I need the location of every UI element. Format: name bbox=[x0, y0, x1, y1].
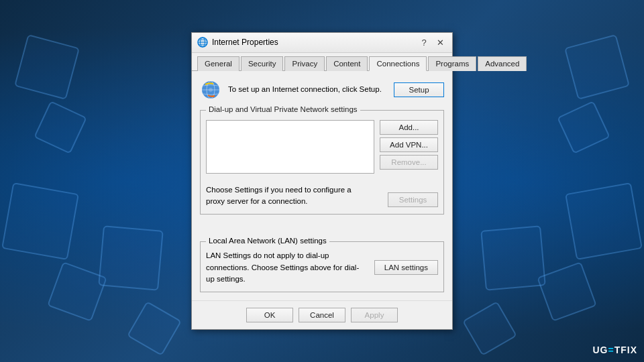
tab-general[interactable]: General bbox=[197, 56, 239, 71]
remove-button[interactable]: Remove... bbox=[380, 155, 438, 170]
watermark: UG=TFIX bbox=[592, 345, 637, 355]
close-button[interactable]: ✕ bbox=[433, 36, 447, 49]
lan-content: LAN Settings do not apply to dial-up con… bbox=[206, 250, 438, 285]
tab-bar: General Security Privacy Content Connect… bbox=[192, 53, 452, 71]
watermark-after: TFIX bbox=[614, 345, 637, 355]
tab-advanced[interactable]: Advanced bbox=[478, 56, 527, 71]
vpn-buttons: Add... Add VPN... Remove... bbox=[380, 120, 438, 174]
svg-point-3 bbox=[198, 38, 207, 47]
tab-security[interactable]: Security bbox=[241, 56, 284, 71]
setup-section: To set up an Internet connection, click … bbox=[200, 79, 444, 101]
lan-group-title: Local Area Network (LAN) settings bbox=[206, 237, 329, 245]
setup-description: To set up an Internet connection, click … bbox=[228, 84, 387, 95]
svg-point-7 bbox=[209, 88, 213, 92]
vpn-group-title: Dial-up and Virtual Private Network sett… bbox=[206, 105, 360, 113]
setup-globe-icon bbox=[200, 79, 221, 101]
lan-group-box: Local Area Network (LAN) settings LAN Se… bbox=[200, 241, 444, 292]
vpn-group-content: Add... Add VPN... Remove... bbox=[206, 120, 438, 174]
spacer bbox=[200, 223, 444, 236]
vpn-bottom-row: Choose Settings if you need to configure… bbox=[206, 179, 438, 208]
vpn-group-box: Dial-up and Virtual Private Network sett… bbox=[200, 110, 444, 215]
apply-button[interactable]: Apply bbox=[351, 308, 398, 322]
dialog-footer: OK Cancel Apply bbox=[192, 300, 452, 329]
add-button[interactable]: Add... bbox=[380, 120, 438, 135]
lan-description: LAN Settings do not apply to dial-up con… bbox=[206, 250, 368, 285]
ok-button[interactable]: OK bbox=[246, 308, 293, 322]
vpn-list[interactable] bbox=[206, 120, 374, 174]
add-vpn-button[interactable]: Add VPN... bbox=[380, 137, 438, 152]
title-bar-buttons: ? ✕ bbox=[417, 36, 447, 49]
watermark-accent: = bbox=[608, 345, 614, 355]
dialog-content: To set up an Internet connection, click … bbox=[192, 71, 452, 300]
tab-privacy[interactable]: Privacy bbox=[284, 56, 325, 71]
tab-programs[interactable]: Programs bbox=[428, 56, 476, 71]
cancel-button[interactable]: Cancel bbox=[299, 308, 345, 322]
watermark-before: UG bbox=[592, 345, 608, 355]
dialog-title: Internet Properties bbox=[212, 38, 278, 47]
lan-settings-button[interactable]: LAN settings bbox=[374, 260, 438, 275]
setup-button[interactable]: Setup bbox=[394, 82, 444, 97]
title-bar: Internet Properties ? ✕ bbox=[192, 33, 452, 53]
tab-content[interactable]: Content bbox=[326, 56, 368, 71]
title-bar-left: Internet Properties bbox=[197, 37, 278, 48]
dialog-icon bbox=[197, 37, 208, 48]
proxy-description: Choose Settings if you need to configure… bbox=[206, 184, 367, 208]
internet-properties-dialog: Internet Properties ? ✕ General Security… bbox=[191, 32, 453, 330]
settings-button[interactable]: Settings bbox=[388, 192, 438, 207]
help-button[interactable]: ? bbox=[417, 36, 431, 49]
tab-connections[interactable]: Connections bbox=[369, 56, 427, 71]
